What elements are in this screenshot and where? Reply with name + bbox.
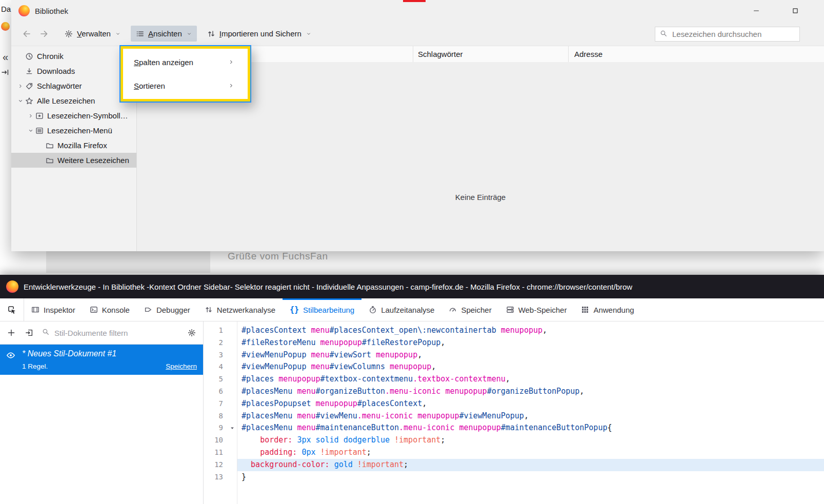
line-number: 2 [204,337,237,349]
maximize-icon [792,7,799,14]
search-icon [660,30,667,37]
toolbar-button-label: Ansichten [148,29,182,38]
tab-label: Anwendung [593,306,634,314]
sidebar-item-downloads[interactable]: Downloads [11,64,136,78]
firefox-logo-icon [6,280,18,293]
code-line-11[interactable]: 11 padding: 0px !important; [204,447,824,459]
code-line-7[interactable]: 7#placesPopupset menupopup#placesContext… [204,398,824,410]
sidebar-item-lesezeichen-men[interactable]: Lesezeichen-Menü [11,123,136,138]
page-greeting-text: Grüße vom FuchsFan [228,251,328,262]
visibility-toggle[interactable] [6,351,15,370]
stylesheet-rule-count: 1 Regel. [22,362,48,370]
code-line-3[interactable]: 3#viewMenuPopup menu#viewSort menupopup, [204,349,824,361]
arrow-right-icon [39,29,49,38]
library-window: Bibliothek VerwaltenAnsichtenImportieren… [11,0,824,251]
menu-item-label: Sortieren [134,82,165,90]
line-number: 1 [204,325,237,337]
library-titlebar: Bibliothek [11,0,824,22]
code-line-1[interactable]: 1#placesContext menu#placesContext_open\… [204,325,824,337]
sidebar-item-alle-lesezeichen[interactable]: Alle Lesezeichen [11,93,136,108]
code-line-6[interactable]: 6#placesMenu menu#organizeButton.menu-ic… [204,386,824,398]
forward-button[interactable] [36,25,52,43]
twisty-down-icon[interactable] [15,98,25,104]
twisty-right-icon[interactable] [15,83,25,89]
sidebar-item-mozilla-firefox[interactable]: Mozilla Firefox [11,138,136,153]
back-button[interactable] [18,25,35,43]
tab-inspektor[interactable]: Inspektor [24,298,83,321]
toolbar-button-ansichten[interactable]: Ansichten [131,26,197,42]
sidebar-item-label: Weitere Lesezeichen [57,156,129,165]
element-picker-button[interactable] [0,298,24,321]
devtools-options-button[interactable] [187,328,197,338]
tab-anwendung[interactable]: Anwendung [574,298,641,321]
code-line-9[interactable]: 9#placesMenu menu#maintenanceButton.menu… [204,422,824,434]
sidebar-item-schlagw-rter[interactable]: Schlagwörter [11,78,136,93]
line-number: 11 [204,447,237,459]
menu-item-spalten-anzeigen[interactable]: Spalten anzeigen [123,50,248,74]
filter-icon-slot [42,328,49,337]
sidebar-item-label: Mozilla Firefox [57,141,107,150]
stylesheet-entry[interactable]: * Neues Stil-Dokument #1 1 Regel. Speich… [0,345,203,375]
minimize-button[interactable] [745,0,768,22]
stylesheet-filter[interactable] [42,328,179,338]
code-line-12[interactable]: 12 background-color: gold !important; [204,459,824,471]
line-number: 10 [204,434,237,447]
tab-stilbearbeitung[interactable]: {}Stilbearbeitung [283,298,361,321]
gauge-icon [449,306,457,314]
sidebar-item-label: Schlagwörter [37,82,82,90]
twisty-down-icon [28,128,34,134]
code-line-4[interactable]: 4#viewMenuPopup menu#viewColumns menupop… [204,361,824,373]
devtools-window-title: Entwicklerwerkzeuge - In Bibliothek -Kon… [24,283,632,291]
collapse-sidebar-icon[interactable]: « [3,51,8,63]
tab-label: Laufzeitanalyse [381,306,434,314]
code-line-8[interactable]: 8#placesMenu menu#viewMenu.menu-iconic m… [204,410,824,422]
storage-icon [506,306,514,314]
tab-debugger[interactable]: Debugger [137,298,197,321]
sidebar-item-chronik[interactable]: Chronik [11,49,136,64]
folder-icon [46,156,54,165]
line-number: 3 [204,349,237,361]
tab-label: Debugger [156,306,190,314]
column-header-address[interactable]: Adresse [574,46,602,62]
minimize-icon [753,7,760,14]
list-icon [136,30,144,38]
new-stylesheet-button[interactable] [6,328,16,338]
sidebar-item-weitere-lesezeichen[interactable]: Weitere Lesezeichen [11,153,136,168]
bookmarks-toolbar-icon [35,112,44,120]
maximize-button[interactable] [783,0,807,22]
toolbar-button-verwalten[interactable]: Verwalten [59,26,126,42]
fold-arrow-icon [230,426,235,431]
code-line-10[interactable]: 10 border: 3px solid dodgerblue !importa… [204,434,824,447]
bookmarks-search[interactable] [655,27,800,42]
twisty-down-icon[interactable] [26,128,35,134]
stylesheet-name: * Neues Stil-Dokument #1 [22,349,197,358]
style-editor-toolbar [0,321,203,345]
tab-konsole[interactable]: Konsole [83,298,137,321]
line-number: 7 [204,398,237,410]
code-line-13[interactable]: 13} [204,471,824,483]
tab-speicher[interactable]: Speicher [441,298,498,321]
menu-item-sortieren[interactable]: Sortieren [123,74,248,97]
code-editor[interactable]: 1#placesContext menu#placesContext_open\… [204,321,824,504]
code-line-2[interactable]: 2#fileRestoreMenu menupopup#fileRestoreP… [204,337,824,349]
twisty-right-icon[interactable] [26,113,35,119]
toolbar-button-importieren-und-sichern[interactable]: Importieren und Sichern [202,26,316,42]
code-line-5[interactable]: 5#places menupopup#textbox-contextmenu.t… [204,373,824,386]
sidebar-item-label: Lesezeichen-Symboll… [47,111,128,120]
tab-netzwerkanalyse[interactable]: Netzwerkanalyse [197,298,283,321]
sidebar-item-lesezeichen-symboll[interactable]: Lesezeichen-Symboll… [11,108,136,123]
tab-web-speicher[interactable]: Web-Speicher [499,298,574,321]
tab-laufzeitanalyse[interactable]: Laufzeitanalyse [361,298,441,321]
tab-label: Web-Speicher [518,306,567,314]
sidebar-toggle-button[interactable] [1,68,9,78]
firefox-logo-icon [18,5,30,16]
line-number: 4 [204,361,237,373]
save-stylesheet-link[interactable]: Speichern [166,362,197,370]
stylesheet-filter-input[interactable] [53,328,179,338]
bookmarks-search-input[interactable] [671,29,795,39]
toolbar-button-group: VerwaltenAnsichtenImportieren und Sicher… [59,26,316,42]
style-editor-panel: * Neues Stil-Dokument #1 1 Regel. Speich… [0,321,204,504]
twisty-right-icon [28,113,34,119]
column-header-tags[interactable]: Schlagwörter [418,46,463,62]
import-stylesheet-button[interactable] [24,328,34,338]
